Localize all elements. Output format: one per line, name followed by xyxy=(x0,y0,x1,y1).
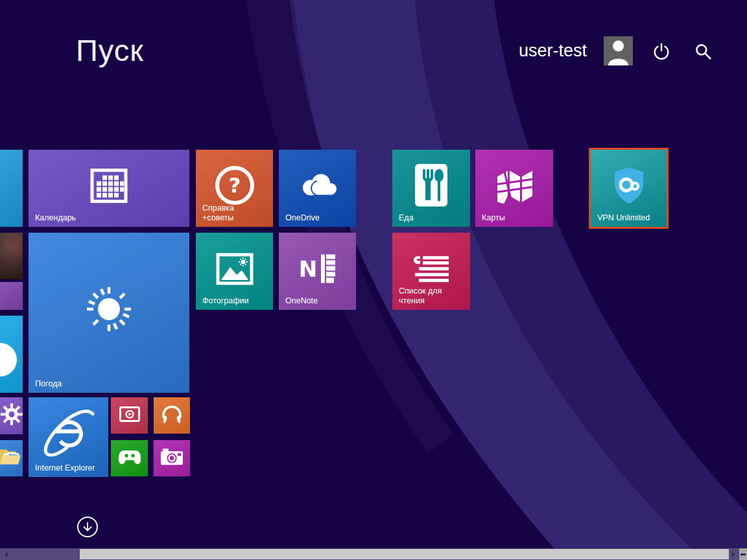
avatar-icon xyxy=(604,36,633,65)
tile-onenote[interactable]: N OneNote xyxy=(279,233,356,310)
down-arrow-circle-icon xyxy=(82,521,93,533)
partial-tile-left-purple[interactable] xyxy=(0,282,23,310)
power-icon xyxy=(652,41,671,61)
tile-label: Internet Explorer xyxy=(35,463,95,473)
header: Пуск user-test xyxy=(0,0,747,110)
tile-food[interactable]: Еда xyxy=(392,150,470,227)
headphones-icon xyxy=(161,403,183,424)
skype-logo-partial xyxy=(0,343,17,377)
scroll-right-arrow[interactable]: › xyxy=(727,548,739,560)
partial-tile-left-skype[interactable] xyxy=(0,316,23,393)
camera-icon xyxy=(160,448,184,465)
user-name[interactable]: user-test xyxy=(519,41,587,61)
partial-tile-settings[interactable] xyxy=(0,397,23,434)
question-icon: ? xyxy=(215,165,255,205)
tile-label: Еда xyxy=(399,213,414,223)
tile-photos[interactable]: Фотографии xyxy=(196,233,273,310)
partial-tile-left-photo[interactable] xyxy=(0,233,23,279)
tile-label: Календарь xyxy=(35,213,76,223)
tile-calendar[interactable]: Календарь xyxy=(29,150,189,227)
tile-label: Список для чтения xyxy=(399,286,442,306)
tile-games[interactable] xyxy=(111,440,148,476)
avatar[interactable] xyxy=(604,36,633,65)
tile-label: OneNote xyxy=(285,296,318,306)
scroll-down-button[interactable] xyxy=(77,517,98,537)
horizontal-scrollbar[interactable]: ‹ › xyxy=(0,548,747,560)
gamepad-icon xyxy=(118,449,141,465)
shield-icon xyxy=(611,166,647,205)
search-button[interactable] xyxy=(690,38,716,64)
onenote-icon: N xyxy=(298,250,338,286)
tile-weather[interactable]: Погода xyxy=(29,233,189,393)
cloud-icon xyxy=(296,172,339,200)
tile-onedrive[interactable]: OneDrive xyxy=(279,150,356,227)
tile-label: OneDrive xyxy=(285,213,320,223)
folded-map-icon xyxy=(495,167,534,204)
fork-spoon-icon xyxy=(415,163,447,206)
scrollbar-corner[interactable] xyxy=(739,548,747,560)
calendar-icon xyxy=(90,168,128,203)
sun-icon xyxy=(84,284,134,333)
tile-music[interactable] xyxy=(154,397,190,434)
partial-tile-folder[interactable] xyxy=(0,440,23,476)
tile-help-tips[interactable]: ? Справка +советы xyxy=(196,150,273,227)
tile-vpn-unlimited[interactable]: VPN Unlimited xyxy=(591,150,667,227)
tile-label: Справка +советы xyxy=(202,204,234,223)
gear-icon xyxy=(1,403,23,425)
folder-photos-icon xyxy=(0,447,22,467)
tile-label: Фотографии xyxy=(202,296,248,306)
tile-internet-explorer[interactable]: Internet Explorer xyxy=(29,397,108,477)
tile-label: VPN Unlimited xyxy=(597,213,650,223)
scrollbar-thumb[interactable] xyxy=(80,549,729,559)
tile-reading-list[interactable]: Список для чтения xyxy=(392,233,470,310)
svg-text:?: ? xyxy=(228,173,241,198)
ie-icon xyxy=(41,408,97,456)
user-area: user-test xyxy=(519,36,716,65)
svg-text:N: N xyxy=(298,255,316,281)
picture-icon xyxy=(216,253,254,285)
tile-camera[interactable] xyxy=(154,440,190,476)
search-icon xyxy=(694,42,712,60)
tile-label: Погода xyxy=(35,379,62,389)
page-title: Пуск xyxy=(76,32,144,68)
partial-tile-left-blue[interactable] xyxy=(0,150,23,227)
video-icon xyxy=(119,406,140,422)
tile-label: Карты xyxy=(482,213,505,223)
scroll-left-arrow[interactable]: ‹ xyxy=(1,548,12,560)
tile-maps[interactable]: Карты xyxy=(475,150,553,227)
power-button[interactable] xyxy=(648,38,674,64)
reading-list-icon xyxy=(412,253,450,285)
tile-video[interactable] xyxy=(111,397,148,434)
